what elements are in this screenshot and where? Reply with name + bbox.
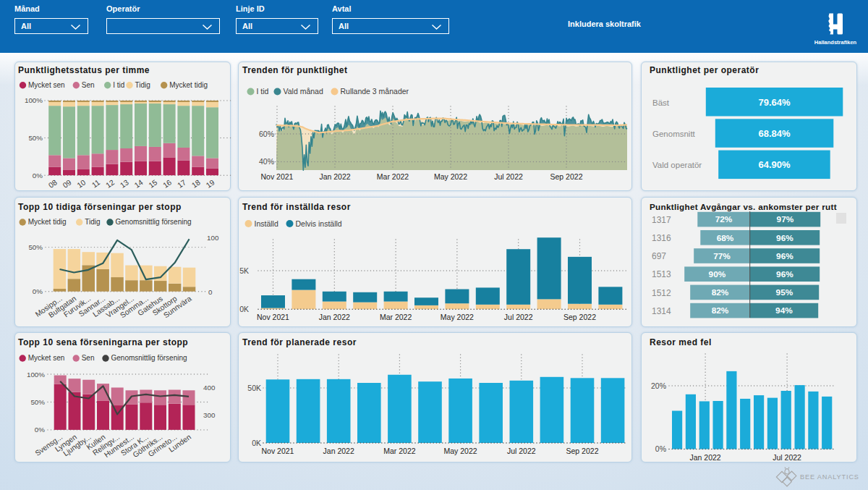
svg-text:BEE ANALYTICS: BEE ANALYTICS	[800, 473, 859, 481]
svg-text:94%: 94%	[775, 305, 793, 316]
svg-text:Punktlighet Avgångar vs. ankom: Punktlighet Avgångar vs. ankomster per r…	[650, 202, 837, 211]
svg-text:Punktlighetsstatus per timme: Punktlighetsstatus per timme	[18, 65, 150, 75]
svg-text:Nov 2021: Nov 2021	[257, 313, 289, 321]
svg-text:Genomsnittlig försening: Genomsnittlig försening	[111, 354, 187, 362]
svg-text:96%: 96%	[776, 269, 793, 279]
svg-text:68.84%: 68.84%	[758, 128, 791, 139]
svg-text:96%: 96%	[776, 251, 793, 261]
svg-text:100%: 100%	[25, 96, 43, 104]
svg-text:10: 10	[76, 178, 88, 190]
svg-text:11: 11	[90, 178, 101, 189]
svg-text:0%: 0%	[655, 444, 666, 453]
svg-text:13: 13	[119, 178, 130, 190]
svg-text:Mycket sen: Mycket sen	[28, 354, 65, 362]
svg-text:Jul 2022: Jul 2022	[773, 453, 801, 462]
svg-text:300: 300	[203, 411, 216, 419]
svg-text:I tid: I tid	[257, 87, 269, 96]
svg-text:Jul 2022: Jul 2022	[504, 313, 533, 321]
svg-text:0K: 0K	[239, 305, 249, 313]
svg-text:Mycket tidig: Mycket tidig	[28, 218, 67, 226]
svg-text:Inställd: Inställd	[255, 219, 278, 228]
svg-text:50K: 50K	[247, 384, 261, 392]
svg-text:Jan 2022: Jan 2022	[319, 172, 350, 181]
svg-text:100: 100	[207, 234, 219, 242]
svg-text:Sep 2022: Sep 2022	[563, 313, 596, 321]
svg-text:Vald månad: Vald månad	[284, 87, 323, 96]
svg-text:82%: 82%	[712, 305, 729, 316]
svg-text:Jul 2022: Jul 2022	[507, 447, 536, 455]
svg-text:100%: 100%	[27, 371, 45, 379]
svg-text:72%: 72%	[715, 214, 733, 224]
svg-text:Jan 2022: Jan 2022	[319, 313, 350, 321]
svg-text:Sep 2022: Sep 2022	[566, 447, 599, 455]
svg-text:79.64%: 79.64%	[758, 97, 791, 108]
svg-text:77%: 77%	[713, 251, 731, 261]
svg-text:0K: 0K	[252, 439, 261, 447]
svg-text:Mar 2022: Mar 2022	[383, 447, 416, 455]
svg-text:Trenden för punktlighet: Trenden för punktlighet	[242, 65, 348, 75]
svg-text:May 2022: May 2022	[434, 172, 467, 181]
svg-text:Genomsnitt: Genomsnitt	[652, 130, 696, 138]
svg-text:Tidig: Tidig	[85, 218, 100, 226]
svg-text:Mycket tidig: Mycket tidig	[169, 81, 208, 89]
svg-text:19: 19	[205, 178, 216, 190]
svg-text:Tidig: Tidig	[135, 81, 150, 89]
svg-text:Mar 2022: Mar 2022	[377, 172, 409, 181]
svg-text:50%: 50%	[28, 134, 43, 142]
svg-text:09: 09	[61, 178, 73, 190]
svg-text:1316: 1316	[652, 233, 671, 243]
svg-text:Topp 10 tidiga förseningar per: Topp 10 tidiga förseningar per stopp	[18, 202, 182, 212]
svg-text:97%: 97%	[777, 214, 794, 224]
svg-text:18: 18	[190, 178, 202, 190]
svg-text:Topp 10 sena förseningarna per: Topp 10 sena förseningarna per stopp	[18, 337, 188, 347]
svg-text:82%: 82%	[712, 287, 729, 297]
svg-text:Rullande 3 månader: Rullande 3 månader	[341, 87, 409, 96]
svg-text:1513: 1513	[652, 269, 671, 279]
svg-text:08: 08	[47, 178, 59, 190]
svg-text:20%: 20%	[651, 381, 666, 390]
svg-text:50%: 50%	[28, 243, 43, 251]
svg-text:0%: 0%	[33, 172, 43, 179]
svg-text:697: 697	[652, 251, 666, 261]
svg-text:0: 0	[208, 288, 213, 296]
svg-text:0%: 0%	[33, 287, 43, 295]
svg-text:Sen: Sen	[82, 81, 95, 89]
svg-text:Punktlighet per operatör: Punktlighet per operatör	[650, 65, 759, 75]
svg-text:May 2022: May 2022	[441, 313, 474, 321]
svg-text:I tid: I tid	[113, 81, 124, 89]
svg-text:Nov 2021: Nov 2021	[262, 447, 294, 455]
svg-text:Jan 2022: Jan 2022	[689, 453, 720, 462]
svg-text:1314: 1314	[652, 306, 671, 316]
svg-text:400: 400	[203, 384, 216, 392]
svg-text:Genomsnittlig försening: Genomsnittlig försening	[116, 218, 192, 226]
svg-text:Jan 2022: Jan 2022	[323, 447, 354, 455]
svg-text:96%: 96%	[776, 233, 793, 243]
svg-text:95%: 95%	[776, 287, 793, 297]
svg-text:68%: 68%	[717, 233, 734, 243]
svg-text:14: 14	[133, 178, 145, 190]
svg-text:1317: 1317	[652, 215, 671, 225]
svg-text:90%: 90%	[709, 269, 726, 279]
svg-text:15: 15	[148, 178, 159, 190]
svg-text:1512: 1512	[652, 288, 671, 298]
svg-text:May 2022: May 2022	[444, 447, 477, 455]
svg-text:Sep 2022: Sep 2022	[550, 172, 583, 181]
svg-text:5K: 5K	[239, 266, 249, 275]
svg-text:Sen: Sen	[82, 354, 95, 362]
svg-text:Nov 2021: Nov 2021	[261, 172, 294, 181]
svg-text:Jul 2022: Jul 2022	[494, 172, 523, 181]
svg-text:Resor med fel: Resor med fel	[650, 337, 712, 347]
svg-text:Trend för inställda resor: Trend för inställda resor	[242, 202, 351, 212]
svg-text:17: 17	[176, 178, 187, 190]
svg-text:50%: 50%	[30, 398, 45, 406]
svg-text:Mar 2022: Mar 2022	[380, 313, 412, 321]
svg-text:Bäst: Bäst	[652, 98, 670, 107]
svg-text:Mycket sen: Mycket sen	[28, 81, 65, 89]
svg-text:Trend för planerade resor: Trend för planerade resor	[242, 337, 357, 347]
svg-text:16: 16	[161, 178, 173, 190]
svg-text:Vald operatör: Vald operatör	[652, 161, 702, 169]
svg-text:64.90%: 64.90%	[758, 159, 791, 170]
svg-text:12: 12	[104, 178, 116, 190]
svg-text:0%: 0%	[35, 426, 45, 434]
svg-text:Delvis inställd: Delvis inställd	[296, 219, 342, 228]
